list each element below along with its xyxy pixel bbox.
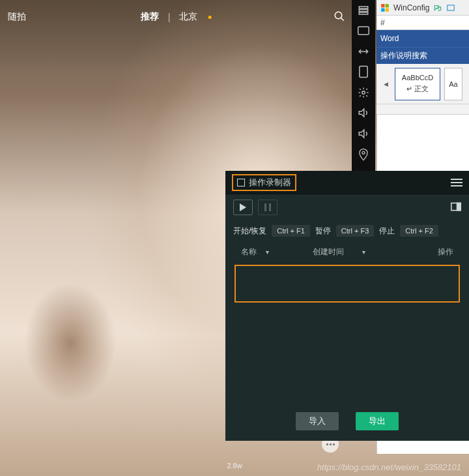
window-icon[interactable] bbox=[446, 4, 455, 12]
word-titlebar: WinConfig bbox=[377, 0, 469, 16]
svg-rect-5 bbox=[358, 27, 369, 35]
svg-marker-12 bbox=[359, 130, 364, 138]
recorder-app-icon bbox=[237, 179, 245, 186]
location-icon[interactable] bbox=[356, 148, 371, 161]
svg-rect-16 bbox=[381, 8, 384, 11]
svg-rect-4 bbox=[359, 12, 368, 14]
chevron-down-icon[interactable]: ▾ bbox=[266, 248, 269, 256]
windows-logo-icon bbox=[380, 3, 390, 12]
action-recorder-panel: 操作录制器 开始/恢复 Ctrl + F1 暂停 Ctrl + F3 停止 Ct… bbox=[225, 171, 469, 441]
word-ruler bbox=[377, 104, 469, 115]
svg-point-0 bbox=[335, 12, 342, 19]
stop-key: Ctrl + F2 bbox=[400, 225, 438, 237]
word-search-placeholder: 操作说明搜索 bbox=[380, 50, 427, 61]
word-app-title: Word bbox=[377, 30, 469, 47]
svg-rect-3 bbox=[359, 9, 368, 11]
word-styles-gallery: ◀ AaBbCcD ↵ 正文 Aa bbox=[377, 64, 469, 104]
tab-recommend[interactable]: 推荐 bbox=[141, 11, 159, 23]
word-tell-me[interactable]: 操作说明搜索 bbox=[377, 47, 469, 64]
import-button[interactable]: 导入 bbox=[296, 412, 339, 430]
tab-location[interactable]: 北京 bbox=[179, 11, 197, 23]
col-name-label[interactable]: 名称 bbox=[241, 246, 257, 258]
recorder-table-header: 名称 ▾ 创建时间 ▾ 操作 bbox=[225, 241, 469, 262]
svg-marker-19 bbox=[240, 203, 246, 211]
pause-key: Ctrl + F3 bbox=[336, 225, 374, 237]
col-action-label: 操作 bbox=[438, 247, 453, 256]
view-count: 2.8w bbox=[227, 462, 242, 469]
svg-rect-9 bbox=[360, 67, 367, 78]
tab-divider: | bbox=[168, 12, 171, 22]
svg-point-13 bbox=[362, 151, 365, 154]
recorder-empty-list-highlight bbox=[234, 265, 460, 303]
recorder-play-controls bbox=[225, 194, 469, 220]
word-app-name: Word bbox=[380, 34, 399, 43]
recorder-title-highlight: 操作录制器 bbox=[232, 174, 296, 191]
stop-label: 停止 bbox=[379, 226, 395, 237]
svg-rect-21 bbox=[269, 203, 271, 211]
transfer-icon[interactable] bbox=[356, 45, 371, 57]
recorder-footer: 导入 导出 bbox=[225, 402, 469, 441]
chevron-left-icon: ◀ bbox=[384, 81, 388, 87]
svg-marker-11 bbox=[359, 109, 364, 117]
export-button[interactable]: 导出 bbox=[356, 412, 399, 430]
hamburger-icon[interactable] bbox=[451, 179, 462, 186]
search-icon[interactable] bbox=[332, 9, 347, 23]
svg-rect-18 bbox=[448, 5, 455, 10]
play-button[interactable] bbox=[233, 200, 253, 215]
volume-icon-2[interactable] bbox=[356, 127, 371, 140]
volume-icon[interactable] bbox=[356, 107, 371, 119]
svg-rect-14 bbox=[381, 4, 384, 7]
svg-line-1 bbox=[341, 18, 344, 21]
gear-icon[interactable] bbox=[356, 86, 371, 98]
svg-rect-2 bbox=[359, 7, 368, 8]
pause-label: 暂停 bbox=[315, 226, 331, 237]
recorder-title: 操作录制器 bbox=[249, 177, 291, 188]
sidebar-icon-strip bbox=[352, 0, 375, 181]
start-key: Ctrl + F1 bbox=[272, 225, 309, 237]
styles-scroll-left[interactable]: ◀ bbox=[380, 81, 391, 87]
start-resume-label: 开始/恢复 bbox=[233, 226, 266, 237]
keyboard-icon[interactable] bbox=[356, 24, 371, 37]
tablet-icon[interactable] bbox=[356, 65, 371, 78]
menu-icon[interactable] bbox=[356, 4, 371, 16]
svg-rect-17 bbox=[386, 8, 389, 11]
watermark-text: https://blog.csdn.net/weixin_33582101 bbox=[317, 462, 461, 472]
notification-dot-icon bbox=[208, 16, 211, 19]
style-sample-text-2: Aa bbox=[449, 80, 457, 88]
svg-rect-20 bbox=[264, 203, 266, 211]
style-normal[interactable]: AaBbCcD ↵ 正文 bbox=[395, 68, 440, 100]
style-next[interactable]: Aa bbox=[444, 68, 462, 100]
svg-point-10 bbox=[362, 91, 365, 95]
recorder-titlebar: 操作录制器 bbox=[225, 171, 469, 194]
svg-rect-23 bbox=[457, 203, 461, 210]
chevron-down-icon[interactable]: ▾ bbox=[362, 248, 365, 256]
recorder-shortcut-row: 开始/恢复 Ctrl + F1 暂停 Ctrl + F3 停止 Ctrl + F… bbox=[225, 220, 469, 241]
dock-icon[interactable] bbox=[451, 202, 461, 213]
hash-prompt: # bbox=[380, 18, 385, 27]
col-time-label[interactable]: 创建时间 bbox=[313, 246, 344, 258]
word-menu-bar[interactable]: # bbox=[377, 16, 469, 30]
winconfig-label[interactable]: WinConfig bbox=[393, 3, 429, 12]
video-topbar: 随拍 推荐 | 北京 bbox=[0, 8, 352, 26]
svg-rect-15 bbox=[386, 4, 389, 7]
chat-icon[interactable] bbox=[433, 4, 442, 12]
video-app-label[interactable]: 随拍 bbox=[8, 11, 26, 23]
style-name-label: ↵ 正文 bbox=[406, 84, 429, 94]
pause-button[interactable] bbox=[258, 200, 277, 215]
style-sample-text: AaBbCcD bbox=[402, 74, 433, 82]
